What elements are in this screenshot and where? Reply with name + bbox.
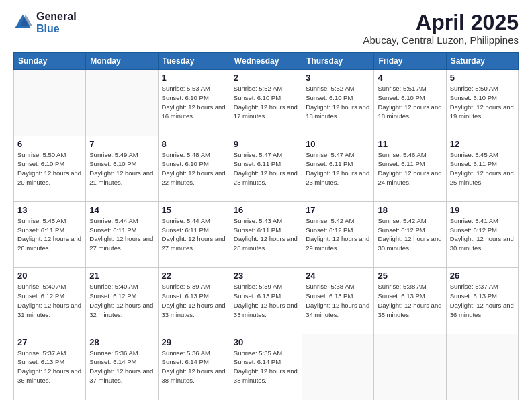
day-number: 16 <box>234 205 298 215</box>
day-detail: Sunrise: 5:50 AMSunset: 6:10 PMDaylight:… <box>450 85 514 120</box>
day-number: 25 <box>378 271 442 281</box>
day-detail: Sunrise: 5:48 AMSunset: 6:10 PMDaylight:… <box>162 151 226 186</box>
table-row: 8Sunrise: 5:48 AMSunset: 6:10 PMDaylight… <box>158 136 230 201</box>
table-row: 2Sunrise: 5:52 AMSunset: 6:10 PMDaylight… <box>230 70 302 136</box>
table-row: 20Sunrise: 5:40 AMSunset: 6:12 PMDayligh… <box>14 268 86 334</box>
logo-text: General Blue <box>36 11 77 34</box>
day-number: 14 <box>89 205 154 215</box>
day-detail: Sunrise: 5:45 AMSunset: 6:11 PMDaylight:… <box>17 217 81 252</box>
day-number: 12 <box>450 139 515 149</box>
day-detail: Sunrise: 5:50 AMSunset: 6:10 PMDaylight:… <box>17 151 81 186</box>
day-detail: Sunrise: 5:38 AMSunset: 6:13 PMDaylight:… <box>306 283 369 318</box>
day-number: 23 <box>234 271 298 281</box>
calendar-week-2: 6Sunrise: 5:50 AMSunset: 6:10 PMDaylight… <box>14 136 519 201</box>
table-row: 27Sunrise: 5:37 AMSunset: 6:13 PMDayligh… <box>14 334 86 400</box>
day-number: 29 <box>162 337 226 347</box>
table-row: 6Sunrise: 5:50 AMSunset: 6:10 PMDaylight… <box>14 136 86 201</box>
calendar-week-4: 20Sunrise: 5:40 AMSunset: 6:12 PMDayligh… <box>14 268 519 334</box>
day-number: 7 <box>89 139 154 149</box>
table-row: 4Sunrise: 5:51 AMSunset: 6:10 PMDaylight… <box>374 70 446 136</box>
day-number: 19 <box>450 205 515 215</box>
day-number: 3 <box>306 73 370 83</box>
header: General Blue April 2025 Abucay, Central … <box>13 11 519 46</box>
calendar-week-1: 1Sunrise: 5:53 AMSunset: 6:10 PMDaylight… <box>14 70 519 136</box>
logo: General Blue <box>13 11 77 34</box>
day-number: 9 <box>234 139 298 149</box>
day-detail: Sunrise: 5:38 AMSunset: 6:13 PMDaylight:… <box>378 283 441 318</box>
day-detail: Sunrise: 5:40 AMSunset: 6:12 PMDaylight:… <box>89 283 153 318</box>
table-row: 9Sunrise: 5:47 AMSunset: 6:11 PMDaylight… <box>230 136 302 201</box>
calendar-week-5: 27Sunrise: 5:37 AMSunset: 6:13 PMDayligh… <box>14 334 519 400</box>
day-number: 27 <box>17 337 82 347</box>
page-subtitle: Abucay, Central Luzon, Philippines <box>363 34 519 46</box>
logo-general-text: General <box>36 11 77 23</box>
day-number: 28 <box>89 337 154 347</box>
table-row: 3Sunrise: 5:52 AMSunset: 6:10 PMDaylight… <box>302 70 374 136</box>
title-block: April 2025 Abucay, Central Luzon, Philip… <box>363 11 519 46</box>
table-row: 21Sunrise: 5:40 AMSunset: 6:12 PMDayligh… <box>86 268 158 334</box>
header-friday: Friday <box>374 53 446 70</box>
day-detail: Sunrise: 5:42 AMSunset: 6:12 PMDaylight:… <box>306 217 369 252</box>
table-row: 10Sunrise: 5:47 AMSunset: 6:11 PMDayligh… <box>302 136 374 201</box>
day-number: 11 <box>378 139 442 149</box>
day-detail: Sunrise: 5:46 AMSunset: 6:11 PMDaylight:… <box>378 151 441 186</box>
day-detail: Sunrise: 5:36 AMSunset: 6:14 PMDaylight:… <box>162 349 226 384</box>
calendar-header-row: Sunday Monday Tuesday Wednesday Thursday… <box>14 53 519 70</box>
table-row <box>302 334 374 400</box>
table-row: 18Sunrise: 5:42 AMSunset: 6:12 PMDayligh… <box>374 201 446 267</box>
day-detail: Sunrise: 5:44 AMSunset: 6:11 PMDaylight:… <box>89 217 153 252</box>
day-number: 17 <box>306 205 370 215</box>
table-row: 26Sunrise: 5:37 AMSunset: 6:13 PMDayligh… <box>446 268 518 334</box>
table-row <box>86 70 158 136</box>
day-detail: Sunrise: 5:43 AMSunset: 6:11 PMDaylight:… <box>234 217 298 252</box>
calendar-week-3: 13Sunrise: 5:45 AMSunset: 6:11 PMDayligh… <box>14 201 519 267</box>
day-detail: Sunrise: 5:45 AMSunset: 6:11 PMDaylight:… <box>450 151 514 186</box>
table-row: 14Sunrise: 5:44 AMSunset: 6:11 PMDayligh… <box>86 201 158 267</box>
day-number: 18 <box>378 205 442 215</box>
page-title: April 2025 <box>363 11 519 34</box>
day-number: 13 <box>17 205 82 215</box>
header-sunday: Sunday <box>14 53 86 70</box>
day-detail: Sunrise: 5:52 AMSunset: 6:10 PMDaylight:… <box>306 85 369 120</box>
day-number: 2 <box>234 73 298 83</box>
table-row: 13Sunrise: 5:45 AMSunset: 6:11 PMDayligh… <box>14 201 86 267</box>
day-detail: Sunrise: 5:51 AMSunset: 6:10 PMDaylight:… <box>378 85 441 120</box>
day-number: 22 <box>162 271 226 281</box>
day-detail: Sunrise: 5:47 AMSunset: 6:11 PMDaylight:… <box>306 151 369 186</box>
table-row: 25Sunrise: 5:38 AMSunset: 6:13 PMDayligh… <box>374 268 446 334</box>
table-row: 22Sunrise: 5:39 AMSunset: 6:13 PMDayligh… <box>158 268 230 334</box>
table-row: 11Sunrise: 5:46 AMSunset: 6:11 PMDayligh… <box>374 136 446 201</box>
day-detail: Sunrise: 5:37 AMSunset: 6:13 PMDaylight:… <box>450 283 514 318</box>
day-number: 15 <box>162 205 226 215</box>
table-row: 30Sunrise: 5:35 AMSunset: 6:14 PMDayligh… <box>230 334 302 400</box>
header-monday: Monday <box>86 53 158 70</box>
day-number: 10 <box>306 139 370 149</box>
header-thursday: Thursday <box>302 53 374 70</box>
day-number: 20 <box>17 271 82 281</box>
table-row: 1Sunrise: 5:53 AMSunset: 6:10 PMDaylight… <box>158 70 230 136</box>
day-number: 24 <box>306 271 370 281</box>
day-detail: Sunrise: 5:53 AMSunset: 6:10 PMDaylight:… <box>162 85 226 120</box>
day-number: 21 <box>89 271 154 281</box>
table-row: 5Sunrise: 5:50 AMSunset: 6:10 PMDaylight… <box>446 70 518 136</box>
header-wednesday: Wednesday <box>230 53 302 70</box>
day-number: 4 <box>378 73 442 83</box>
day-detail: Sunrise: 5:52 AMSunset: 6:10 PMDaylight:… <box>234 85 298 120</box>
table-row: 12Sunrise: 5:45 AMSunset: 6:11 PMDayligh… <box>446 136 518 201</box>
page: General Blue April 2025 Abucay, Central … <box>0 0 532 411</box>
table-row: 28Sunrise: 5:36 AMSunset: 6:14 PMDayligh… <box>86 334 158 400</box>
day-detail: Sunrise: 5:49 AMSunset: 6:10 PMDaylight:… <box>89 151 153 186</box>
day-detail: Sunrise: 5:42 AMSunset: 6:12 PMDaylight:… <box>378 217 441 252</box>
logo-blue-text: Blue <box>36 23 77 35</box>
table-row: 24Sunrise: 5:38 AMSunset: 6:13 PMDayligh… <box>302 268 374 334</box>
table-row <box>14 70 86 136</box>
header-tuesday: Tuesday <box>158 53 230 70</box>
table-row: 7Sunrise: 5:49 AMSunset: 6:10 PMDaylight… <box>86 136 158 201</box>
logo-icon <box>13 13 32 32</box>
day-number: 26 <box>450 271 515 281</box>
header-saturday: Saturday <box>446 53 518 70</box>
day-number: 30 <box>234 337 298 347</box>
table-row <box>446 334 518 400</box>
day-number: 8 <box>162 139 226 149</box>
table-row: 19Sunrise: 5:41 AMSunset: 6:12 PMDayligh… <box>446 201 518 267</box>
